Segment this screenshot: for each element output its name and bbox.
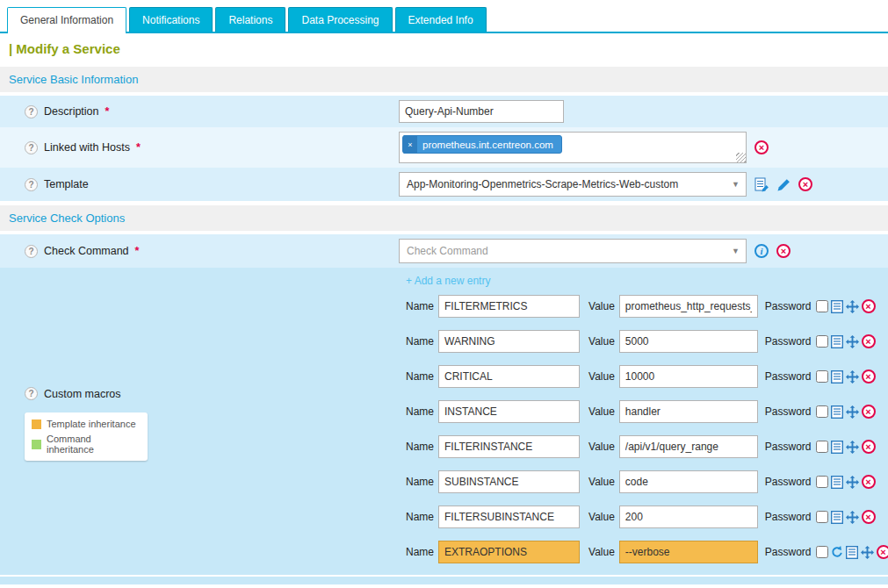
delete-macro-icon[interactable]: × (862, 299, 876, 313)
password-checkbox[interactable] (816, 300, 828, 312)
macro-description-icon[interactable] (831, 335, 843, 348)
clear-check-command-icon[interactable]: × (776, 244, 791, 258)
tab-notifications[interactable]: Notifications (129, 7, 213, 32)
macro-description-icon[interactable] (831, 511, 843, 524)
password-checkbox[interactable] (816, 405, 828, 418)
move-macro-icon[interactable] (846, 370, 859, 384)
tab-data-processing[interactable]: Data Processing (288, 7, 392, 32)
macro-value-input[interactable] (619, 470, 758, 493)
macro-name-input[interactable] (438, 506, 580, 528)
custom-macros-label-cell: ? Custom macros Template inheritanceComm… (0, 268, 399, 461)
add-macro-link[interactable]: + Add a new entry (406, 271, 490, 289)
delete-macro-icon[interactable]: × (862, 334, 876, 348)
password-checkbox[interactable] (816, 511, 828, 523)
tab-extended-info[interactable]: Extended Info (395, 7, 487, 32)
macro-description-icon[interactable] (831, 405, 843, 419)
remove-host-icon[interactable]: × (403, 135, 417, 154)
macro-name-input[interactable] (438, 365, 580, 388)
view-template-icon[interactable] (754, 177, 769, 192)
move-macro-icon[interactable] (846, 441, 859, 454)
check-command-select[interactable]: Check Command ▼ (399, 239, 747, 263)
macro-name-label: Name (406, 546, 434, 558)
edit-template-icon[interactable] (777, 178, 791, 191)
password-checkbox[interactable] (816, 476, 828, 488)
move-macro-icon[interactable] (846, 405, 859, 419)
password-checkbox[interactable] (816, 546, 828, 558)
tab-relations[interactable]: Relations (215, 7, 285, 32)
macro-row: Name Value Password × (406, 359, 888, 394)
template-label-cell: ? Template (0, 178, 399, 191)
required-asterisk: * (135, 245, 140, 257)
macro-value-label: Value (588, 546, 615, 558)
tab-bar: General InformationNotificationsRelation… (0, 0, 888, 33)
info-icon[interactable]: i (754, 244, 769, 258)
macro-value-input[interactable] (619, 330, 758, 353)
move-macro-icon[interactable] (846, 335, 859, 348)
delete-macro-icon[interactable]: × (877, 545, 888, 559)
template-select[interactable]: App-Monitoring-Openmetrics-Scrape-Metric… (399, 172, 747, 197)
move-macro-icon[interactable] (846, 511, 859, 524)
help-icon[interactable]: ? (25, 105, 38, 118)
macro-name-input[interactable] (438, 470, 580, 493)
check-command-placeholder: Check Command (407, 245, 488, 257)
macro-name-label: Name (406, 476, 434, 488)
description-input[interactable] (399, 100, 564, 123)
host-chip: × prometheus.int.centreon.com (402, 135, 562, 154)
help-icon[interactable]: ? (25, 178, 38, 191)
macro-value-input[interactable] (619, 506, 758, 528)
linked-hosts-label: Linked with Hosts (44, 141, 130, 154)
tab-general-information[interactable]: General Information (7, 7, 126, 33)
macro-name-input[interactable] (438, 400, 580, 423)
delete-macro-icon[interactable]: × (862, 475, 876, 489)
linked-hosts-input[interactable]: × prometheus.int.centreon.com (399, 132, 747, 163)
macro-description-icon[interactable] (831, 370, 843, 384)
clear-hosts-icon[interactable]: × (754, 140, 769, 154)
macro-name-input[interactable] (438, 330, 580, 353)
macro-password-label: Password (765, 476, 812, 488)
delete-macro-icon[interactable]: × (862, 405, 876, 419)
password-checkbox[interactable] (816, 335, 828, 348)
template-label: Template (44, 178, 89, 190)
move-macro-icon[interactable] (861, 546, 874, 559)
footer-strip (0, 577, 888, 584)
macro-name-label: Name (406, 300, 434, 312)
delete-macro-icon[interactable]: × (862, 510, 876, 524)
required-asterisk: * (105, 105, 110, 118)
description-row: ? Description * (0, 96, 888, 127)
linked-hosts-row: ? Linked with Hosts * × prometheus.int.c… (0, 127, 888, 168)
macro-row: Name Value Password × (406, 464, 888, 499)
macro-description-icon[interactable] (831, 476, 843, 489)
macro-value-input[interactable] (619, 400, 758, 423)
macro-value-input[interactable] (619, 295, 758, 318)
help-icon[interactable]: ? (25, 387, 38, 400)
macro-rows: Name Value Password × Name (406, 289, 888, 570)
help-icon[interactable]: ? (25, 141, 38, 154)
macro-value-label: Value (588, 300, 615, 312)
legend-label: Template inheritance (47, 419, 136, 429)
macro-row: Name Value Password × (406, 429, 888, 464)
resize-grip[interactable] (736, 153, 746, 162)
macro-name-input[interactable] (438, 435, 580, 458)
delete-macro-icon[interactable]: × (862, 369, 876, 384)
move-macro-icon[interactable] (846, 476, 859, 489)
macro-description-icon[interactable] (831, 300, 843, 313)
password-checkbox[interactable] (816, 370, 828, 383)
delete-macro-icon[interactable]: × (862, 440, 876, 454)
template-content: App-Monitoring-Openmetrics-Scrape-Metric… (399, 168, 812, 201)
macro-description-icon[interactable] (831, 441, 843, 454)
macro-value-input[interactable] (619, 435, 758, 458)
description-label: Description (44, 105, 99, 118)
undo-macro-icon[interactable] (831, 546, 843, 558)
help-icon[interactable]: ? (25, 245, 38, 258)
macro-value-input[interactable] (619, 541, 758, 563)
move-macro-icon[interactable] (846, 300, 859, 313)
password-checkbox[interactable] (816, 441, 828, 453)
clear-template-icon[interactable]: × (798, 177, 812, 191)
macro-name-input[interactable] (438, 541, 580, 563)
description-content (399, 96, 564, 127)
macro-description-icon[interactable] (846, 546, 858, 559)
macro-name-label: Name (406, 370, 434, 383)
macro-name-input[interactable] (438, 295, 580, 318)
macro-value-input[interactable] (619, 365, 758, 388)
legend-item: Command inheritance (32, 434, 141, 455)
